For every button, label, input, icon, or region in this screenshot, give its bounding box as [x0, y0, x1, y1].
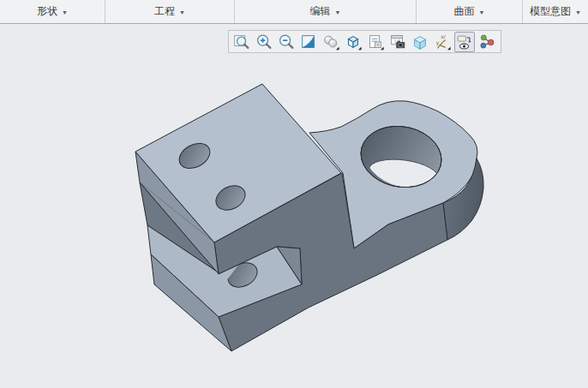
svg-text:x/: x/ [441, 33, 446, 39]
menu-edit[interactable]: 编辑 ▼ [235, 0, 417, 23]
repaint-icon[interactable] [298, 32, 319, 52]
menu-surface-label: 曲面 [454, 4, 475, 19]
chevron-down-icon: ▼ [335, 9, 341, 15]
zoom-refit-icon[interactable] [231, 32, 252, 52]
ribbon-menu-bar: 形状 ▼ 工程 ▼ 编辑 ▼ 曲面 ▼ 模型意图 ▼ [0, 0, 588, 24]
menu-edit-label: 编辑 [310, 4, 331, 19]
chevron-down-icon: ▼ [179, 9, 185, 15]
display-style-icon[interactable] [321, 32, 341, 52]
chevron-down-icon: ▼ [479, 9, 485, 15]
menu-shape[interactable]: 形状 ▼ [0, 0, 105, 23]
menu-shape-label: 形状 [37, 4, 57, 19]
menu-model-intent[interactable]: 模型意图 ▼ [523, 0, 588, 23]
chevron-down-icon: ▼ [62, 9, 68, 15]
snapshot-icon[interactable] [387, 32, 408, 52]
annotation-display-icon[interactable] [454, 32, 475, 52]
saved-orientations-icon[interactable] [343, 32, 363, 52]
menu-surface[interactable]: 曲面 ▼ [417, 0, 523, 23]
view-manager-icon[interactable] [365, 32, 386, 52]
zoom-out-icon[interactable] [276, 32, 297, 52]
datum-display-filters-icon[interactable]: x/ y [432, 32, 453, 52]
3d-viewport[interactable] [0, 0, 588, 388]
svg-text:y: y [436, 39, 440, 45]
perspective-view-icon[interactable] [410, 32, 430, 52]
menu-engineering[interactable]: 工程 ▼ [105, 0, 235, 23]
mechanism-display-icon[interactable] [477, 32, 497, 52]
menu-engineering-label: 工程 [154, 4, 175, 19]
application-window: 形状 ▼ 工程 ▼ 编辑 ▼ 曲面 ▼ 模型意图 ▼ [0, 0, 588, 388]
chevron-down-icon: ▼ [575, 9, 581, 15]
view-toolbar: x/ y [228, 30, 501, 53]
menu-model-intent-label: 模型意图 [530, 4, 571, 19]
zoom-in-icon[interactable] [254, 32, 274, 52]
